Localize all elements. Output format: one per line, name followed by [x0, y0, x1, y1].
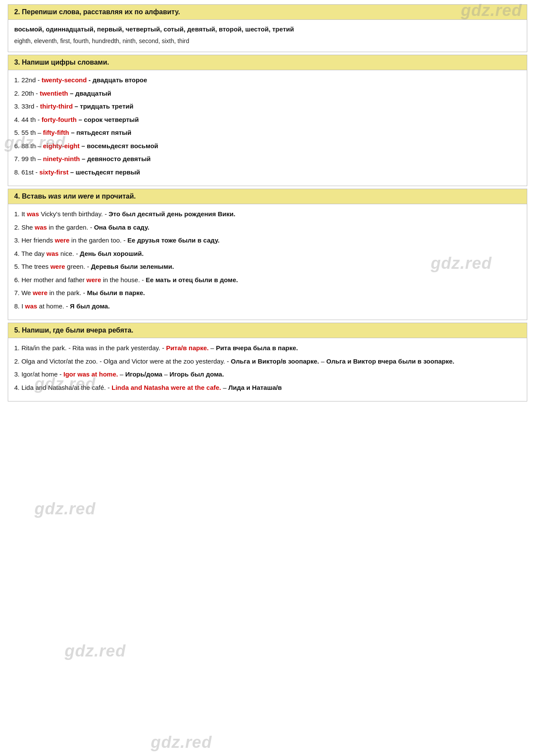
- task5-item-1: 1. Rita/in the park. - Rita was in the p…: [14, 342, 521, 354]
- task2-english: eighth, eleventh, first, fourth, hundred…: [14, 36, 521, 46]
- task4-header: 4. Вставь was или were и прочитай.: [8, 189, 527, 204]
- task4-item-4: 4. The day was nice. - День был хороший.: [14, 248, 521, 259]
- task2-russian: восьмой, одиннадцатый, первый, четвертый…: [14, 24, 521, 34]
- task2-title: 2. Перепиши слова, расставляя их по алфа…: [14, 8, 180, 16]
- task4-title: 4. Вставь was или were и прочитай.: [14, 193, 136, 200]
- page: 2. Перепиши слова, расставляя их по алфа…: [0, 0, 535, 414]
- task5-item-3: 3. Igor/at home - Igor was at home. – Иг…: [14, 369, 521, 380]
- task4-item-8: 8. I was at home. - Я был дома.: [14, 301, 521, 312]
- task3-item-5: 5. 55 th – fifty-fifth – пятьдесят пятый: [14, 127, 521, 138]
- task3-item-2: 2. 20th - twentieth – двадцатый: [14, 88, 521, 99]
- watermark-7: gdz.red: [151, 733, 212, 752]
- task3-item-7: 7. 99 th – ninety-ninth – девяносто девя…: [14, 153, 521, 165]
- task5-item-4: 4. Lida and Natasha/at the café. - Linda…: [14, 382, 521, 393]
- task3-title: 3. Напиши цифры словами.: [14, 59, 109, 66]
- task3-item-1: 1. 22nd - twenty-second - двадцать второ…: [14, 75, 521, 86]
- task3-body: 1. 22nd - twenty-second - двадцать второ…: [8, 70, 527, 186]
- task4-item-3: 3. Her friends were in the garden too. -…: [14, 235, 521, 246]
- task3-item-4: 4. 44 th - forty-fourth – сорок четверты…: [14, 114, 521, 125]
- task4-item-7: 7. We were in the park. - Мы были в парк…: [14, 287, 521, 299]
- task3-item-3: 3. 33rd - thirty-third – тридцать третий: [14, 101, 521, 112]
- task3-header: 3. Напиши цифры словами.: [8, 55, 527, 70]
- task2-body: восьмой, одиннадцатый, первый, четвертый…: [8, 20, 527, 52]
- task5-title: 5. Напиши, где были вчера ребята.: [14, 327, 134, 334]
- task5-body: 1. Rita/in the park. - Rita was in the p…: [8, 338, 527, 401]
- task2-english-text: eighth, eleventh, first, fourth, hundred…: [14, 37, 189, 44]
- task3-item-6: 6. 88 th – eighty-eight – восемьдесят во…: [14, 140, 521, 152]
- task2-header: 2. Перепиши слова, расставляя их по алфа…: [8, 4, 527, 20]
- watermark-5: gdz.red: [34, 500, 96, 518]
- task2-russian-text: восьмой, одиннадцатый, первый, четвертый…: [14, 25, 294, 33]
- task5-item-2: 2. Olga and Victor/at the zoo. - Olga an…: [14, 356, 521, 367]
- task4-body: 1. It was Vicky's tenth birthday. - Это …: [8, 204, 527, 320]
- task4-item-6: 6. Her mother and father were in the hou…: [14, 274, 521, 286]
- task4-item-5: 5. The trees were green. - Деревья были …: [14, 261, 521, 272]
- task4-item-1: 1. It was Vicky's tenth birthday. - Это …: [14, 208, 521, 220]
- task3-item-8: 8. 61st - sixty-first – шестьдесят первы…: [14, 167, 521, 178]
- watermark-6: gdz.red: [65, 642, 126, 660]
- task5-header: 5. Напиши, где были вчера ребята.: [8, 323, 527, 338]
- task4-item-2: 2. She was in the garden. - Она была в с…: [14, 222, 521, 233]
